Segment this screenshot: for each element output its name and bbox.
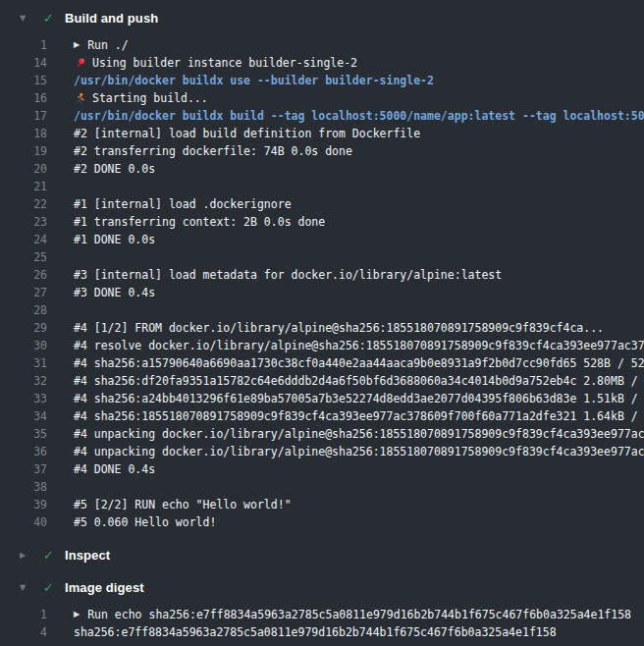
log-text: #4 [1/2] FROM docker.io/library/alpine@s… [74, 319, 604, 337]
chevron-right-icon: ▶ [20, 552, 33, 560]
line-number-link[interactable]: 32 [0, 372, 47, 390]
log-line: 25 [0, 248, 644, 266]
log-text: #2 [internal] load build definition from… [74, 125, 420, 142]
log-text-content: #2 transferring dockerfile: 74B 0.0s don… [74, 142, 352, 160]
log-lines: 1▶Run ./14Using builder instance builder… [0, 34, 644, 539]
log-text-content: #4 sha256:a24bb4013296f61e89ba57005a7b3e… [74, 390, 644, 407]
log-text-command: /usr/bin/docker buildx build --tag local… [74, 107, 644, 125]
log-text-content: #4 unpacking docker.io/library/alpine@sh… [74, 443, 644, 460]
log-text: #2 DONE 0.0s [74, 160, 155, 178]
success-check-icon: ✓ [43, 581, 65, 594]
line-number-link[interactable]: 22 [0, 195, 47, 213]
log-line: 38 [0, 478, 644, 496]
pushpin-icon [74, 57, 86, 70]
log-text: #1 [internal] load .dockerignore [74, 195, 292, 213]
log-line: 34#4 sha256:185518070891758909c9f839cf4c… [0, 407, 644, 425]
line-number-link[interactable]: 19 [0, 142, 47, 160]
log-line: 1▶Run ./ [0, 36, 644, 54]
line-number-link[interactable]: 27 [0, 284, 47, 301]
run-group-toggle-icon[interactable]: ▶ [74, 41, 80, 49]
log-text: #2 transferring dockerfile: 74B 0.0s don… [74, 142, 352, 160]
log-line: 15/usr/bin/docker buildx use --builder b… [0, 72, 644, 89]
line-number-link[interactable]: 34 [0, 407, 47, 425]
workflow-log: ▼✓Build and push1▶Run ./14Using builder … [0, 0, 644, 646]
section-title: Build and push [65, 11, 158, 26]
log-sections: ▼✓Build and push1▶Run ./14Using builder … [0, 2, 644, 646]
log-line: 21 [0, 178, 644, 195]
log-line: 24#1 DONE 0.0s [0, 231, 644, 248]
log-line: 32#4 sha256:df20fa9351a15782c64e6dddb2d4… [0, 372, 644, 390]
line-number-link[interactable]: 15 [0, 72, 47, 89]
log-text: #4 unpacking docker.io/library/alpine@sh… [74, 443, 644, 460]
log-text-content: #2 DONE 0.0s [74, 160, 155, 178]
section-header-image-digest[interactable]: ▼✓Image digest [0, 571, 644, 604]
log-line: 35#4 unpacking docker.io/library/alpine@… [0, 425, 644, 443]
line-number-link[interactable]: 25 [0, 248, 47, 266]
line-number-link[interactable]: 23 [0, 213, 47, 231]
line-number-link[interactable]: 31 [0, 354, 47, 372]
line-number-link[interactable]: 28 [0, 301, 47, 319]
line-number-link[interactable]: 30 [0, 337, 47, 354]
log-text: #4 sha256:df20fa9351a15782c64e6dddb2d4a6… [74, 372, 644, 390]
log-line: 39#5 [2/2] RUN echo "Hello world!" [0, 496, 644, 513]
log-line: 33#4 sha256:a24bb4013296f61e89ba57005a7b… [0, 390, 644, 407]
line-number-link[interactable]: 1 [0, 606, 47, 623]
log-line: 1▶Run echo sha256:e7ff8834a5963a2785c5a0… [0, 606, 644, 623]
log-line: 40#5 0.060 Hello world! [0, 513, 644, 531]
log-line: 19#2 transferring dockerfile: 74B 0.0s d… [0, 142, 644, 160]
line-number-link[interactable]: 14 [0, 54, 47, 72]
log-text-content: Using builder instance builder-single-2 [92, 54, 357, 72]
log-text-content: #4 sha256:185518070891758909c9f839cf4ca3… [74, 407, 644, 425]
log-text-content: Starting build... [92, 89, 208, 107]
log-text: ▶Run ./ [74, 36, 129, 54]
line-number-link[interactable]: 37 [0, 460, 47, 478]
section-title: Inspect [65, 548, 110, 563]
line-number-link[interactable]: 29 [0, 319, 47, 337]
log-lines: 1▶Run echo sha256:e7ff8834a5963a2785c5a0… [0, 604, 644, 646]
line-number-link[interactable]: 18 [0, 125, 47, 142]
run-group-toggle-icon[interactable]: ▶ [74, 611, 80, 619]
log-line: 31#4 sha256:a15790640a6690aa1730c38cf0a4… [0, 354, 644, 372]
line-number-link[interactable]: 35 [0, 425, 47, 443]
log-text-command: /usr/bin/docker buildx use --builder bui… [74, 72, 434, 89]
line-number-link[interactable]: 21 [0, 178, 47, 195]
log-text: #4 sha256:a15790640a6690aa1730c38cf0a440… [74, 354, 644, 372]
log-line: 20#2 DONE 0.0s [0, 160, 644, 178]
log-text-content: #5 [2/2] RUN echo "Hello world!" [74, 496, 292, 513]
line-number-link[interactable]: 38 [0, 478, 47, 496]
log-section-inspect: ▶✓Inspect [0, 539, 644, 571]
log-text-content: #3 [internal] load metadata for docker.i… [74, 266, 502, 284]
success-check-icon: ✓ [43, 12, 65, 25]
log-text-content: #4 sha256:a15790640a6690aa1730c38cf0a440… [74, 354, 644, 372]
log-text-content: #4 resolve docker.io/library/alpine@sha2… [74, 337, 644, 354]
log-text-content: #4 [1/2] FROM docker.io/library/alpine@s… [74, 319, 604, 337]
line-number-link[interactable]: 33 [0, 390, 47, 407]
line-number-link[interactable]: 17 [0, 107, 47, 125]
line-number-link[interactable]: 40 [0, 513, 47, 531]
chevron-down-icon: ▼ [20, 15, 33, 23]
log-text-content: sha256:e7ff8834a5963a2785c5a0811e979d16b… [74, 623, 557, 641]
log-text-content: #2 [internal] load build definition from… [74, 125, 420, 142]
line-number-link[interactable]: 20 [0, 160, 47, 178]
line-number-link[interactable]: 1 [0, 36, 47, 54]
line-number-link[interactable]: 36 [0, 443, 47, 460]
log-text: #4 DONE 0.4s [74, 460, 155, 478]
line-number-link[interactable]: 16 [0, 89, 47, 107]
line-number-link[interactable]: 26 [0, 266, 47, 284]
log-text-content: #1 DONE 0.0s [74, 231, 155, 248]
line-number-link[interactable]: 4 [0, 623, 47, 641]
log-text-content: /usr/bin/docker buildx use --builder bui… [74, 72, 434, 89]
log-line: 17/usr/bin/docker buildx build --tag loc… [0, 107, 644, 125]
log-text: #4 resolve docker.io/library/alpine@sha2… [74, 337, 644, 354]
line-number-link[interactable]: 39 [0, 496, 47, 513]
log-text: #1 transferring context: 2B 0.0s done [74, 213, 325, 231]
log-line: 22#1 [internal] load .dockerignore [0, 195, 644, 213]
section-title: Image digest [65, 580, 144, 595]
line-number-link[interactable]: 24 [0, 231, 47, 248]
log-line: 36#4 unpacking docker.io/library/alpine@… [0, 443, 644, 460]
section-header-inspect[interactable]: ▶✓Inspect [0, 539, 644, 571]
log-line: 16Starting build... [0, 89, 644, 107]
log-line: 23#1 transferring context: 2B 0.0s done [0, 213, 644, 231]
log-line: 30#4 resolve docker.io/library/alpine@sh… [0, 337, 644, 354]
section-header-build-and-push[interactable]: ▼✓Build and push [0, 2, 644, 34]
